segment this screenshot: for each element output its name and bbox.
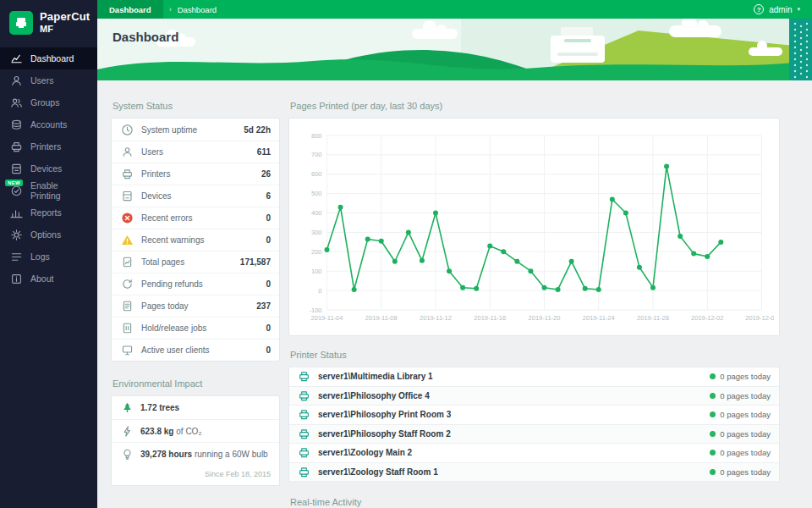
printer-row[interactable]: server1\Philosophy Print Room 3 0 pages … xyxy=(289,406,779,425)
svg-text:800: 800 xyxy=(311,132,322,140)
printer-icon xyxy=(298,466,310,478)
sidebar-item-label: Accounts xyxy=(30,119,67,130)
status-row-errors: Recent errors 0 xyxy=(112,207,279,229)
sidebar-item-printers[interactable]: Printers xyxy=(0,135,97,157)
status-row-active-clients: Active user clients 0 xyxy=(112,339,279,361)
sidebar-item-label: Options xyxy=(30,229,61,240)
printer-status-list: server1\Multimedia Library 1 0 pages tod… xyxy=(288,367,780,482)
banner-illustration xyxy=(97,19,812,80)
pages-printed-title: Pages Printed (per day, last 30 days) xyxy=(290,101,780,111)
status-dot xyxy=(710,469,716,475)
status-row-uptime: System uptime 5d 22h xyxy=(112,119,279,141)
svg-text:2019-11-28: 2019-11-28 xyxy=(637,314,669,322)
svg-text:200: 200 xyxy=(311,248,322,256)
printer-row[interactable]: server1\Philosophy Office 4 0 pages toda… xyxy=(289,387,779,406)
breadcrumb-current: Dashboard xyxy=(178,0,217,19)
sidebar-item-about[interactable]: About xyxy=(0,268,97,290)
svg-text:2019-12-06: 2019-12-06 xyxy=(745,314,774,322)
printer-icon xyxy=(298,408,310,421)
pages-printed-card: -10001002003004005006007008002019-11-042… xyxy=(288,118,780,336)
svg-text:2019-12-02: 2019-12-02 xyxy=(691,314,723,322)
sidebar-item-label: Dashboard xyxy=(30,53,74,64)
logs-icon xyxy=(10,251,23,263)
warning-icon xyxy=(120,234,134,247)
sidebar-item-label: Devices xyxy=(30,163,62,174)
user-icon xyxy=(120,146,134,159)
sidebar-item-label: Printers xyxy=(30,141,61,152)
status-row-total-pages: Total pages 171,587 xyxy=(112,251,279,273)
sidebar-item-label: About xyxy=(30,273,53,284)
printer-icon xyxy=(298,446,310,459)
printer-status-title: Printer Status xyxy=(290,350,780,360)
sidebar: PaperCut MF Dashboard Users Groups Accou… xyxy=(0,0,97,508)
svg-text:400: 400 xyxy=(311,209,322,217)
printer-row[interactable]: server1\Philosophy Staff Room 2 0 pages … xyxy=(289,425,779,444)
environmental-impact-card: 1.72 trees 623.8 kg of CO₂ 39,278 hours … xyxy=(111,395,280,486)
monitor-icon xyxy=(120,344,134,357)
status-row-devices: Devices 6 xyxy=(112,185,279,207)
page-icon xyxy=(120,300,134,313)
pages-chart: -10001002003004005006007008002019-11-042… xyxy=(294,124,774,334)
banner: Dashboard xyxy=(97,19,812,80)
svg-text:2019-11-16: 2019-11-16 xyxy=(474,314,506,322)
refund-icon xyxy=(120,278,134,291)
sidebar-item-options[interactable]: Options xyxy=(0,224,97,246)
printer-icon xyxy=(10,141,23,153)
error-icon xyxy=(120,212,134,225)
bulb-icon xyxy=(120,447,134,461)
sidebar-item-groups[interactable]: Groups xyxy=(0,91,97,113)
sidebar-item-accounts[interactable]: Accounts xyxy=(0,113,97,135)
device-icon xyxy=(10,163,23,175)
chevron-down-icon: ▾ xyxy=(797,6,800,13)
status-row-refunds: Pending refunds 0 xyxy=(112,273,279,295)
svg-text:2019-11-24: 2019-11-24 xyxy=(583,314,615,322)
svg-text:600: 600 xyxy=(311,170,322,178)
env-row-bulb: 39,278 hours running a 60W bulb xyxy=(112,442,279,465)
sidebar-item-enable-printing[interactable]: NEW Enable Printing xyxy=(0,179,97,202)
user-menu[interactable]: admin xyxy=(769,5,792,14)
sidebar-item-label: Enable Printing xyxy=(30,180,87,201)
new-badge: NEW xyxy=(5,179,23,186)
svg-text:0: 0 xyxy=(318,287,321,295)
printer-row[interactable]: server1\Multimedia Library 1 0 pages tod… xyxy=(289,367,779,387)
svg-text:500: 500 xyxy=(311,190,322,197)
reports-icon xyxy=(10,207,23,219)
status-dot xyxy=(710,431,716,437)
papercut-logo-icon xyxy=(9,11,33,35)
info-icon xyxy=(10,273,23,285)
main-content: System Status System uptime 5d 22h Users… xyxy=(97,80,812,508)
env-row-trees: 1.72 trees xyxy=(112,396,279,419)
svg-text:100: 100 xyxy=(311,268,322,275)
printer-icon xyxy=(298,370,310,383)
printer-icon xyxy=(298,389,310,402)
sidebar-item-logs[interactable]: Logs xyxy=(0,246,97,268)
realtime-activity-title: Real-time Activity xyxy=(290,497,780,507)
status-row-warnings: Recent warnings 0 xyxy=(112,229,279,251)
svg-text:300: 300 xyxy=(311,229,322,236)
breadcrumb-root[interactable]: Dashboard xyxy=(97,0,163,19)
help-icon[interactable]: ? xyxy=(754,4,764,14)
page-title: Dashboard xyxy=(112,30,178,44)
sidebar-item-users[interactable]: Users xyxy=(0,69,97,91)
sidebar-item-label: Logs xyxy=(30,251,50,262)
printer-row[interactable]: server1\Zoology Main 2 0 pages today xyxy=(289,444,779,463)
gear-icon xyxy=(10,229,23,241)
sidebar-item-devices[interactable]: Devices xyxy=(0,157,97,179)
status-dot xyxy=(710,373,716,379)
sidebar-item-dashboard[interactable]: Dashboard xyxy=(0,47,97,69)
system-status-title: System Status xyxy=(112,101,280,111)
hold-jobs-icon xyxy=(120,322,134,335)
top-bar: Dashboard › Dashboard ? admin ▾ xyxy=(97,0,812,19)
svg-text:2019-11-12: 2019-11-12 xyxy=(420,314,452,322)
env-row-co2: 623.8 kg of CO₂ xyxy=(112,419,279,442)
printer-icon xyxy=(298,428,310,440)
sidebar-item-label: Reports xyxy=(30,207,62,218)
status-dot xyxy=(710,450,716,456)
printer-row[interactable]: server1\Zoology Staff Room 1 0 pages tod… xyxy=(289,463,779,483)
app-logo[interactable]: PaperCut MF xyxy=(0,0,97,47)
environmental-impact-title: Environmental Impact xyxy=(112,378,280,389)
sidebar-item-reports[interactable]: Reports xyxy=(0,202,97,224)
env-since-date: Since Feb 18, 2015 xyxy=(112,465,279,485)
logo-subtitle: MF xyxy=(40,24,90,35)
device-icon xyxy=(120,190,134,203)
